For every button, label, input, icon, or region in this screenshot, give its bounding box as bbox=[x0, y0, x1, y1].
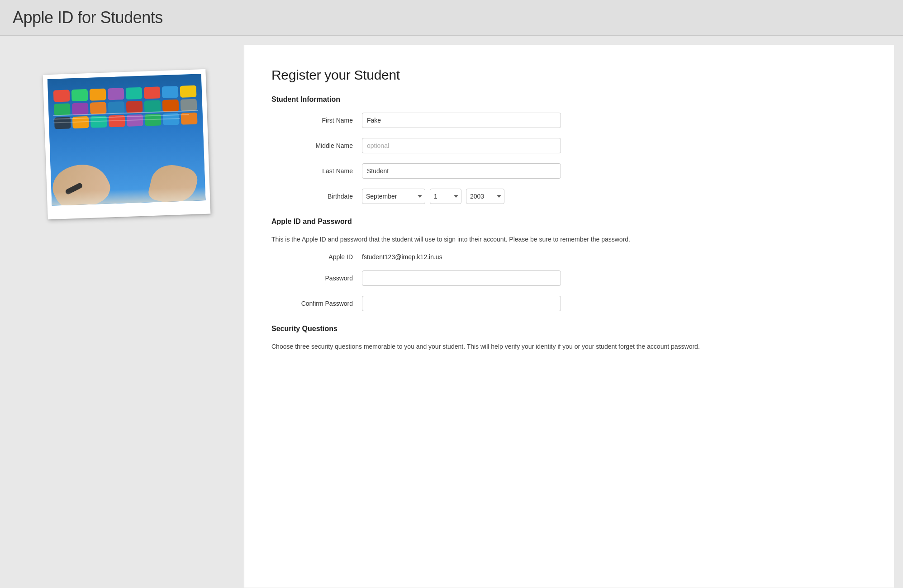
birthdate-selects: January February March April May June Ju… bbox=[362, 189, 504, 204]
left-panel bbox=[9, 45, 244, 588]
apple-id-description: This is the Apple ID and password that t… bbox=[271, 235, 867, 244]
tablet-photo bbox=[47, 74, 205, 206]
student-info-heading: Student Information bbox=[271, 95, 867, 104]
security-questions-heading: Security Questions bbox=[271, 325, 867, 333]
confirm-password-input[interactable] bbox=[362, 296, 561, 311]
birth-day-select[interactable]: 1 2345 6789 10111213 14151617 18192021 2… bbox=[430, 189, 461, 204]
apple-id-row: Apple ID fstudent123@imep.k12.in.us bbox=[271, 253, 867, 261]
password-input[interactable] bbox=[362, 270, 561, 286]
form-page-title: Register your Student bbox=[271, 67, 867, 83]
last-name-input[interactable] bbox=[362, 163, 561, 179]
birthdate-label: Birthdate bbox=[271, 193, 362, 200]
apple-id-section: Apple ID and Password This is the Apple … bbox=[271, 218, 867, 311]
middle-name-input[interactable] bbox=[362, 138, 561, 153]
apple-id-heading: Apple ID and Password bbox=[271, 218, 867, 226]
security-questions-description: Choose three security questions memorabl… bbox=[271, 342, 867, 351]
right-panel: Register your Student Student Informatio… bbox=[244, 45, 894, 588]
last-name-label: Last Name bbox=[271, 167, 362, 175]
main-container: Register your Student Student Informatio… bbox=[9, 45, 894, 588]
birth-year-select[interactable]: 199019911992 199319941995 199619971998 1… bbox=[466, 189, 504, 204]
first-name-input[interactable] bbox=[362, 113, 561, 128]
security-questions-section: Security Questions Choose three security… bbox=[271, 325, 867, 351]
middle-name-label: Middle Name bbox=[271, 142, 362, 149]
password-label: Password bbox=[271, 275, 362, 282]
first-name-label: First Name bbox=[271, 117, 362, 124]
birth-month-select[interactable]: January February March April May June Ju… bbox=[362, 189, 425, 204]
middle-name-row: Middle Name bbox=[271, 138, 867, 153]
confirm-password-row: Confirm Password bbox=[271, 296, 867, 311]
photo-frame bbox=[43, 69, 210, 219]
password-row: Password bbox=[271, 270, 867, 286]
first-name-row: First Name bbox=[271, 113, 867, 128]
confirm-password-label: Confirm Password bbox=[271, 300, 362, 307]
birthdate-row: Birthdate January February March April M… bbox=[271, 189, 867, 204]
page-header-title: Apple ID for Students bbox=[13, 8, 890, 27]
apple-id-value: fstudent123@imep.k12.in.us bbox=[362, 253, 442, 261]
apple-id-label: Apple ID bbox=[271, 253, 362, 261]
student-info-section: Student Information First Name Middle Na… bbox=[271, 95, 867, 204]
header: Apple ID for Students bbox=[0, 0, 903, 36]
last-name-row: Last Name bbox=[271, 163, 867, 179]
